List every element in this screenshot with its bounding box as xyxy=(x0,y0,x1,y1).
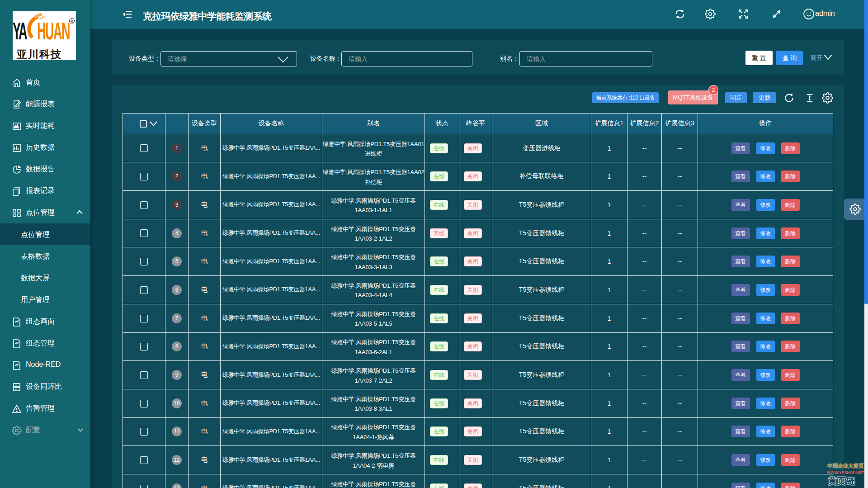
svg-text:R: R xyxy=(71,19,73,24)
